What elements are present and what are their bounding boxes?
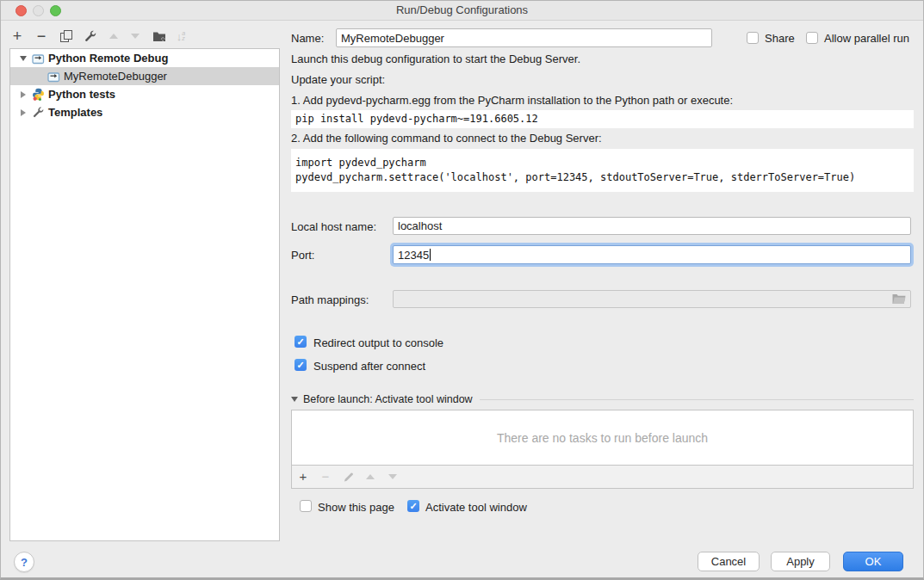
redirect-output-label: Redirect output to console <box>313 336 443 349</box>
move-down-button[interactable] <box>126 27 145 46</box>
tree-item-templates[interactable]: Templates <box>10 103 279 121</box>
tree-item-label: Python Remote Debug <box>48 52 168 65</box>
local-host-name-input[interactable]: localhost <box>393 217 911 235</box>
code-line-2: pydevd_pycharm.settrace('localhost', por… <box>295 170 914 185</box>
section-divider <box>480 399 914 400</box>
wrench-icon <box>84 29 97 43</box>
show-this-page-checkbox[interactable] <box>300 500 312 512</box>
help-button[interactable]: ? <box>14 552 34 572</box>
cancel-label: Cancel <box>711 555 746 568</box>
tree-item-python-remote-debug[interactable]: Python Remote Debug <box>10 49 279 67</box>
move-down-icon <box>388 474 397 479</box>
add-icon: + <box>13 28 22 44</box>
templates-wrench-icon <box>31 106 45 120</box>
move-up-icon <box>109 34 118 39</box>
window-title: Run/Debug Configurations <box>1 3 923 16</box>
edit-task-button[interactable] <box>337 472 359 483</box>
instructions-step-2: 2. Add the following command to connect … <box>291 132 602 145</box>
ok-label: OK <box>865 555 882 568</box>
new-folder-icon <box>152 30 167 43</box>
port-value: 12345 <box>398 249 429 262</box>
path-mappings-input[interactable] <box>393 290 911 308</box>
move-task-down-button[interactable] <box>381 474 404 479</box>
instructions-line-2: Update your script: <box>291 73 385 86</box>
remove-icon: − <box>322 469 330 484</box>
text-caret <box>430 249 431 261</box>
before-launch-title: Before launch: Activate tool window <box>303 393 473 405</box>
remove-icon: − <box>37 28 47 44</box>
add-icon: + <box>300 469 307 484</box>
question-mark-icon: ? <box>21 556 28 569</box>
configurations-tree: Python Remote Debug MyRemoteDebugger <box>9 48 280 541</box>
tree-item-label: MyRemoteDebugger <box>64 70 167 83</box>
collapse-section-icon <box>291 397 298 402</box>
move-up-icon <box>366 474 375 479</box>
local-host-name-label: Local host name: <box>291 220 376 233</box>
before-launch-toolbar: + − <box>291 465 914 489</box>
sort-alphabetically-icon: ↓az <box>177 30 185 43</box>
apply-button[interactable]: Apply <box>771 552 830 571</box>
redirect-output-checkbox[interactable] <box>295 336 307 348</box>
local-host-name-value: localhost <box>398 219 442 232</box>
share-label: Share <box>765 32 795 45</box>
port-input[interactable]: 12345 <box>393 245 911 264</box>
name-input[interactable]: MyRemoteDebugger <box>336 28 712 47</box>
code-line-1: import pydevd_pycharm <box>295 156 914 170</box>
create-folder-button[interactable] <box>150 27 169 46</box>
tree-item-myremotedebugger-selected[interactable]: MyRemoteDebugger <box>10 67 279 85</box>
name-value: MyRemoteDebugger <box>341 32 444 45</box>
name-label: Name: <box>291 32 324 45</box>
copy-icon <box>60 30 72 43</box>
before-launch-task-list[interactable]: There are no tasks to run before launch <box>291 410 914 466</box>
title-bar: Run/Debug Configurations <box>1 1 923 21</box>
ok-button[interactable]: OK <box>843 552 903 571</box>
empty-tasks-message: There are no tasks to run before launch <box>497 431 708 445</box>
port-label: Port: <box>291 249 314 262</box>
activate-tool-window-checkbox[interactable] <box>407 500 419 512</box>
expander-collapsed-icon[interactable] <box>19 109 28 116</box>
tree-item-label: Templates <box>48 106 102 119</box>
remove-task-button[interactable]: − <box>314 469 337 484</box>
remove-configuration-button[interactable]: − <box>32 27 51 46</box>
before-launch-section-header[interactable]: Before launch: Activate tool window <box>291 393 914 405</box>
allow-parallel-run-label: Allow parallel run <box>824 32 909 45</box>
sort-configurations-button[interactable]: ↓az <box>171 27 190 46</box>
cancel-button[interactable]: Cancel <box>698 552 760 571</box>
show-this-page-label: Show this page <box>318 501 394 514</box>
settrace-code-block[interactable]: import pydevd_pycharm pydevd_pycharm.set… <box>291 149 914 192</box>
expander-expanded-icon[interactable] <box>19 56 28 61</box>
instructions-line-1: Launch this debug configuration to start… <box>291 52 580 65</box>
edit-defaults-button[interactable] <box>81 27 100 46</box>
pip-install-command[interactable]: pip install pydevd-pycharm~=191.6605.12 <box>291 110 914 128</box>
pencil-icon <box>343 472 354 483</box>
suspend-after-connect-checkbox[interactable] <box>295 359 307 371</box>
allow-parallel-run-checkbox[interactable] <box>806 32 818 44</box>
tree-item-python-tests[interactable]: Python tests <box>10 85 279 103</box>
copy-configuration-button[interactable] <box>57 27 76 46</box>
pip-command-text: pip install pydevd-pycharm~=191.6605.12 <box>295 112 914 126</box>
add-configuration-button[interactable]: + <box>8 27 27 46</box>
run-debug-configurations-dialog: Run/Debug Configurations + − ↓az <box>0 0 924 580</box>
path-mappings-label: Path mappings: <box>291 293 369 306</box>
share-checkbox[interactable] <box>747 32 759 44</box>
tree-item-label: Python tests <box>48 88 115 101</box>
python-tests-icon <box>31 88 45 102</box>
suspend-after-connect-label: Suspend after connect <box>313 360 425 373</box>
move-up-button[interactable] <box>104 27 123 46</box>
move-task-up-button[interactable] <box>359 474 381 479</box>
add-task-button[interactable]: + <box>292 469 314 484</box>
apply-label: Apply <box>786 555 815 568</box>
activate-tool-window-label: Activate tool window <box>425 501 527 514</box>
move-down-icon <box>131 34 140 39</box>
remote-debug-config-icon <box>47 70 60 83</box>
browse-folder-icon[interactable] <box>892 293 906 305</box>
remote-debug-config-icon <box>31 52 45 65</box>
instructions-step-1: 1. Add pydevd-pycharm.egg from the PyCha… <box>291 94 733 107</box>
expander-collapsed-icon[interactable] <box>19 91 28 98</box>
